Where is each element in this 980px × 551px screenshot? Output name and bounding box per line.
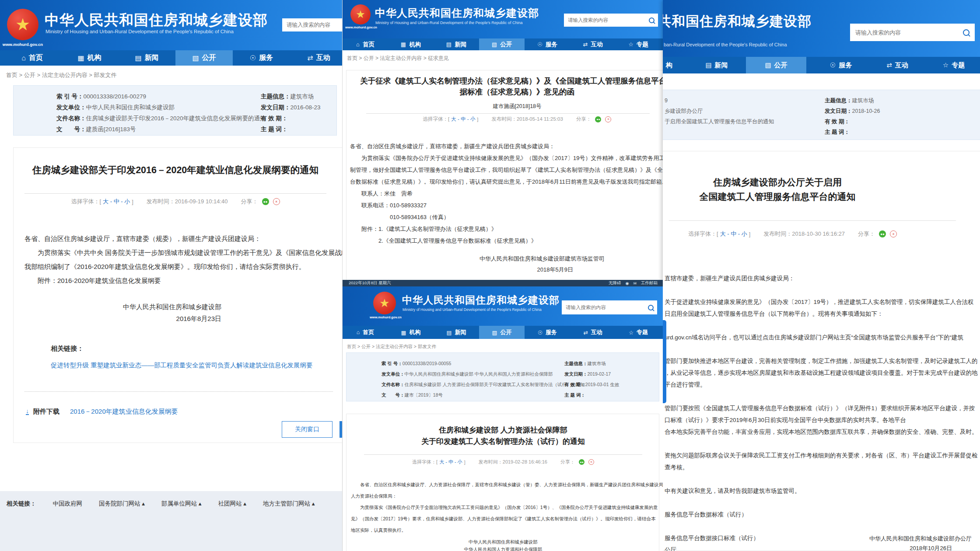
home-icon: ⌂	[356, 41, 360, 48]
search-input[interactable]	[562, 304, 644, 310]
nav-item-label: 构	[666, 61, 672, 70]
font-size-options[interactable]: 大 - 中 - 小	[720, 230, 747, 238]
nav-item[interactable]: ☉服务	[525, 38, 570, 50]
topic-icon: ☆	[943, 61, 948, 69]
search-input[interactable]	[564, 17, 645, 23]
search-box[interactable]	[282, 18, 342, 31]
divider	[669, 220, 956, 221]
doc-body-line	[665, 284, 978, 296]
breadcrumb[interactable]: 首页 > 公开 > 法定主动公开内容 > 征求意见	[347, 55, 449, 62]
nav-item[interactable]: ☉服务	[233, 50, 290, 66]
wechat-share-icon[interactable]: ●●	[262, 198, 269, 205]
nav-item[interactable]: ⇄互动	[878, 57, 917, 73]
breadcrumb[interactable]: 首页 > 公开 > 法定主动公开内容 > 部发文件	[347, 344, 436, 350]
search-input[interactable]	[282, 21, 342, 28]
nav-item[interactable]: ⇄互动	[290, 50, 342, 66]
footer-link-dropdown[interactable]: 部属单位网站 ▴	[161, 500, 202, 508]
nav-item-label: 新闻	[455, 41, 466, 49]
accessibility-link[interactable]: 无障碍	[609, 280, 621, 286]
footer-link-dropdown[interactable]: 中国政府网	[53, 500, 83, 508]
nav-item[interactable]: ▦机构	[388, 38, 434, 50]
nav-item[interactable]: ▧公开	[479, 326, 525, 339]
nav-item[interactable]: ▧公开	[175, 50, 233, 66]
publish-time: 发布时间：2018-05-14 11:25:03	[491, 116, 563, 122]
document-body: 直辖市建委，新疆生产建设兵团住房城乡建设局：关于促进建筑业持续健康发展的意见》（…	[665, 272, 978, 544]
meta-row: 主题信息：建筑市场	[261, 91, 321, 102]
related-article-link[interactable]: 促进转型升级 重塑建筑业新业态——部工程质量安全监管司负责人解读建筑业信息化发展…	[51, 361, 313, 370]
work-mail-link[interactable]: 工作邮箱	[641, 280, 658, 286]
weibo-share-icon[interactable]: ☀	[890, 230, 897, 237]
nav-item[interactable]: ▤新闻	[434, 38, 479, 50]
nav-item[interactable]: ☆专题	[934, 57, 973, 73]
close-window-button[interactable]: 关闭窗口	[282, 421, 332, 438]
nav-item-label: 公开	[202, 53, 216, 63]
breadcrumb[interactable]: 首页 > 公开 > 法定主动公开内容 > 部发文件	[6, 71, 116, 79]
nav-item[interactable]: ▤新闻	[434, 326, 479, 339]
nav-item-label: 公开	[774, 61, 788, 70]
doc-body-line: 各省、自治区住房城乡建设厅，直辖市建委（规委），新疆生产建设兵团建设局：	[24, 232, 342, 246]
nav-item[interactable]: ☆专题	[616, 326, 661, 339]
search-icon[interactable]	[649, 17, 654, 23]
footer-link-dropdown[interactable]: 社团网站 ▴	[218, 500, 247, 508]
search-icon[interactable]	[963, 29, 970, 36]
nav-item[interactable]: ▤新闻	[697, 57, 736, 73]
nav-item[interactable]: ▦机构	[61, 50, 118, 66]
nav-item[interactable]: ☉服务	[525, 326, 570, 339]
search-icon[interactable]	[648, 305, 654, 310]
nav-item[interactable]: ☆专题	[616, 38, 661, 50]
font-size-options[interactable]: 大 - 中 - 小	[103, 198, 130, 206]
wechat-share-icon[interactable]: ●●	[595, 116, 601, 122]
wechat-share-icon[interactable]: ●●	[879, 230, 886, 237]
meta-row: 文件名称：住房城乡建设部关于印发2016－2020年建筑业信息化发展纲要的通知	[56, 113, 266, 124]
font-size-options[interactable]: 大 - 中 - 小	[439, 459, 462, 465]
document-number: 建市施函[2018]18号	[346, 103, 663, 110]
nav-item[interactable]: ▧公开	[479, 38, 525, 50]
footer-link-dropdown[interactable]: 地方主管部门网站 ▴	[263, 500, 315, 508]
date-display: 2022年10月8日 星期六	[349, 280, 391, 286]
weibo-share-icon[interactable]: ☀	[588, 459, 594, 465]
care-mode-icon[interactable]: ◉	[626, 281, 629, 286]
nav-item[interactable]: ▦机构	[388, 326, 434, 339]
share-label: 分享：	[576, 116, 592, 122]
news-icon: ▤	[447, 329, 452, 336]
main-nav: ⌂首页▦机构▤新闻▧公开☉服务⇄互动	[0, 50, 342, 66]
national-emblem-logo: ★	[7, 9, 38, 40]
search-input[interactable]	[850, 29, 958, 36]
nav-item[interactable]: ⌂首页	[4, 50, 61, 66]
weibo-share-icon[interactable]: ☀	[605, 116, 611, 122]
search-box[interactable]	[850, 24, 975, 41]
document-meta-card: 索 引 号：000013338/2016-00279发文单位：中华人民共和国住房…	[13, 85, 337, 136]
search-box[interactable]	[562, 300, 657, 314]
nav-item[interactable]: ⌂首页	[343, 326, 388, 339]
search-box[interactable]	[564, 14, 658, 27]
related-links-label: 相关链接：	[51, 345, 84, 353]
nav-item[interactable]: ⇄互动	[570, 326, 616, 339]
meta-row: 发文日期：2016-08-23	[261, 102, 321, 113]
document-signature: 中华人民共和国住房和城乡建设部 中华人民共和国人力资源和社会保障部	[346, 538, 660, 551]
meta-row: 发文单位：中华人民共和国住房和城乡建设部 中华人民共和国人力资源和社会保障部	[382, 369, 585, 379]
nav-item[interactable]: ⌂首页	[343, 38, 388, 50]
attachment-link[interactable]: 2016－2020年建筑业信息化发展纲要	[70, 408, 178, 416]
nav-item[interactable]: 构	[663, 57, 679, 73]
document-meta-card: 索 引 号：000013338/2019-00055发文单位：中华人民共和国住房…	[346, 352, 659, 401]
meta-row: 主题信息：建筑市场	[564, 358, 619, 369]
weibo-share-icon[interactable]: ☀	[273, 198, 280, 205]
interact-icon: ⇄	[886, 61, 892, 69]
window-2019-realname-trial-notice: 2022年10月8日 星期六 无障碍 ◉ ✉ 工作邮箱 ★ www.mohurd…	[342, 280, 663, 551]
nav-item[interactable]: ⇄互动	[570, 38, 616, 50]
nav-item[interactable]: ▧公开	[746, 57, 806, 73]
doc-body-line	[665, 497, 978, 509]
wechat-share-icon[interactable]: ●●	[579, 459, 584, 465]
meta-row: 索 引 号：000013338/2019-00055	[382, 358, 585, 369]
meta-row: 主题信息：建筑市场	[825, 95, 880, 106]
nav-item[interactable]: ☉服务	[821, 57, 861, 73]
attachment-row: ↓ 附件下载 2016－2020年建筑业信息化发展纲要	[26, 408, 178, 416]
doc-body-line	[665, 343, 978, 355]
site-subtitle: Ministry of Housing and Urban-Rural Deve…	[402, 307, 542, 312]
font-size-options[interactable]: 大 - 中 - 小	[451, 116, 475, 122]
nav-item[interactable]: ▤新闻	[118, 50, 175, 66]
footer-link-dropdown[interactable]: 国务院部门网站 ▴	[99, 500, 145, 508]
meta-value-fragment: 于启用全国建筑工人管理服务信息平台的通知	[665, 116, 774, 127]
floating-widget-partial[interactable]	[663, 320, 666, 403]
nav-item-label: 公开	[500, 328, 511, 336]
